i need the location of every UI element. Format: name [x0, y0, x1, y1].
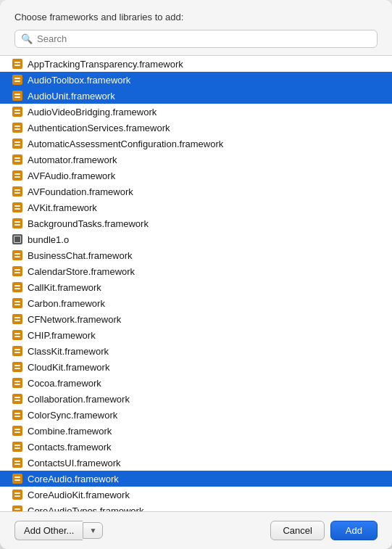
- item-label: ContactsUI.framework: [28, 458, 121, 468]
- framework-icon: [12, 218, 22, 228]
- item-label: AudioVideoBridging.framework: [28, 107, 157, 117]
- item-label: CHIP.framework: [28, 330, 96, 341]
- dialog-container: Choose frameworks and libraries to add: …: [0, 0, 392, 549]
- dialog-header: Choose frameworks and libraries to add: …: [0, 0, 392, 55]
- framework-icon: [12, 91, 22, 101]
- chevron-down-icon: ▼: [89, 527, 96, 534]
- item-label: CallKit.framework: [28, 282, 101, 293]
- list-item[interactable]: AVFAudio.framework: [0, 168, 392, 183]
- item-label: ClassKit.framework: [28, 346, 109, 357]
- dialog-footer: Add Other... ▼ Cancel Add: [0, 512, 392, 549]
- item-label: AVFoundation.framework: [28, 186, 133, 197]
- cancel-button[interactable]: Cancel: [270, 521, 324, 540]
- item-label: Combine.framework: [28, 426, 112, 437]
- framework-icon: [12, 107, 22, 117]
- framework-icon: [12, 378, 22, 388]
- list-item[interactable]: ClassKit.framework: [0, 343, 392, 359]
- search-input[interactable]: [37, 33, 371, 44]
- list-item[interactable]: BackgroundTasks.framework: [0, 215, 392, 231]
- add-other-dropdown-button[interactable]: ▼: [83, 522, 103, 539]
- list-item[interactable]: Cocoa.framework: [0, 375, 392, 391]
- framework-icon: [12, 202, 22, 212]
- framework-icon: [12, 505, 22, 512]
- item-label: Collaboration.framework: [28, 394, 130, 405]
- list-item[interactable]: CHIP.framework: [0, 327, 392, 343]
- item-label: AppTrackingTransparency.framework: [28, 59, 183, 70]
- list-item[interactable]: Carbon.framework: [0, 295, 392, 311]
- item-label: BackgroundTasks.framework: [28, 218, 149, 229]
- list-item[interactable]: AVFoundation.framework: [0, 183, 392, 199]
- item-label: AudioToolbox.framework: [28, 75, 130, 86]
- list-item[interactable]: Contacts.framework: [0, 439, 392, 455]
- list-item[interactable]: AudioUnit.framework: [0, 88, 392, 104]
- item-label: AVKit.framework: [28, 202, 97, 213]
- item-label: CoreAudio.framework: [28, 474, 119, 484]
- dialog-title: Choose frameworks and libraries to add:: [14, 12, 378, 22]
- list-item[interactable]: ContactsUI.framework: [0, 455, 392, 471]
- framework-icon: [12, 298, 22, 308]
- item-label: ColorSync.framework: [28, 410, 117, 421]
- list-item[interactable]: CalendarStore.framework: [0, 263, 392, 279]
- item-label: AVFAudio.framework: [28, 170, 115, 181]
- footer-left: Add Other... ▼: [14, 521, 103, 540]
- item-label: CoreAudioKit.framework: [28, 490, 130, 500]
- list-item[interactable]: bundle1.o: [0, 231, 392, 247]
- framework-icon: [12, 266, 22, 276]
- list-item[interactable]: BusinessChat.framework: [0, 247, 392, 263]
- item-label: AuthenticationServices.framework: [28, 123, 170, 133]
- list-item[interactable]: AudioVideoBridging.framework: [0, 104, 392, 120]
- list-item[interactable]: AutomaticAssessmentConfiguration.framewo…: [0, 136, 392, 152]
- list-item[interactable]: CoreAudioKit.framework: [0, 487, 392, 503]
- framework-icon: [12, 330, 22, 340]
- search-icon: 🔍: [21, 33, 33, 44]
- list-item[interactable]: CloudKit.framework: [0, 359, 392, 375]
- framework-list[interactable]: AppTrackingTransparency.frameworkAudioTo…: [0, 55, 392, 512]
- list-item[interactable]: CallKit.framework: [0, 279, 392, 295]
- framework-icon: [12, 186, 22, 197]
- item-label: Contacts.framework: [28, 442, 112, 453]
- framework-icon: [12, 490, 22, 500]
- framework-icon: [12, 474, 22, 484]
- list-item[interactable]: CoreAudio.framework: [0, 471, 392, 487]
- framework-icon: [12, 154, 22, 165]
- framework-icon: [12, 75, 22, 85]
- item-label: Carbon.framework: [28, 298, 105, 309]
- item-label: CFNetwork.framework: [28, 314, 121, 325]
- framework-icon: [12, 59, 22, 69]
- framework-icon: [12, 410, 22, 420]
- framework-icon: [12, 170, 22, 181]
- framework-icon: [12, 314, 22, 324]
- framework-icon: [12, 282, 22, 292]
- item-label: Cocoa.framework: [28, 378, 101, 389]
- item-label: BusinessChat.framework: [28, 250, 133, 261]
- add-other-button[interactable]: Add Other...: [14, 521, 83, 540]
- item-label: AudioUnit.framework: [28, 91, 115, 102]
- list-item[interactable]: AudioToolbox.framework: [0, 72, 392, 88]
- framework-icon: [12, 139, 22, 149]
- list-item[interactable]: Collaboration.framework: [0, 391, 392, 407]
- framework-icon: [12, 362, 22, 372]
- framework-icon: [12, 442, 22, 452]
- bundle-icon: [12, 234, 22, 244]
- item-label: AutomaticAssessmentConfiguration.framewo…: [28, 139, 223, 149]
- add-button[interactable]: Add: [330, 521, 378, 540]
- framework-icon: [12, 458, 22, 468]
- list-item[interactable]: CFNetwork.framework: [0, 311, 392, 327]
- list-item[interactable]: AVKit.framework: [0, 199, 392, 215]
- list-item[interactable]: Combine.framework: [0, 423, 392, 439]
- list-item[interactable]: AppTrackingTransparency.framework: [0, 56, 392, 72]
- item-label: CoreAudioTypes.framework: [28, 505, 143, 513]
- list-item[interactable]: ColorSync.framework: [0, 407, 392, 423]
- framework-icon: [12, 250, 22, 260]
- item-label: bundle1.o: [28, 234, 69, 245]
- item-label: Automator.framework: [28, 154, 117, 165]
- framework-icon: [12, 394, 22, 404]
- list-item[interactable]: AuthenticationServices.framework: [0, 120, 392, 136]
- list-item[interactable]: Automator.framework: [0, 152, 392, 168]
- search-bar: 🔍: [14, 30, 378, 48]
- framework-icon: [12, 123, 22, 133]
- framework-icon: [12, 346, 22, 356]
- list-item[interactable]: CoreAudioTypes.framework: [0, 503, 392, 512]
- item-label: CloudKit.framework: [28, 362, 109, 373]
- item-label: CalendarStore.framework: [28, 266, 135, 277]
